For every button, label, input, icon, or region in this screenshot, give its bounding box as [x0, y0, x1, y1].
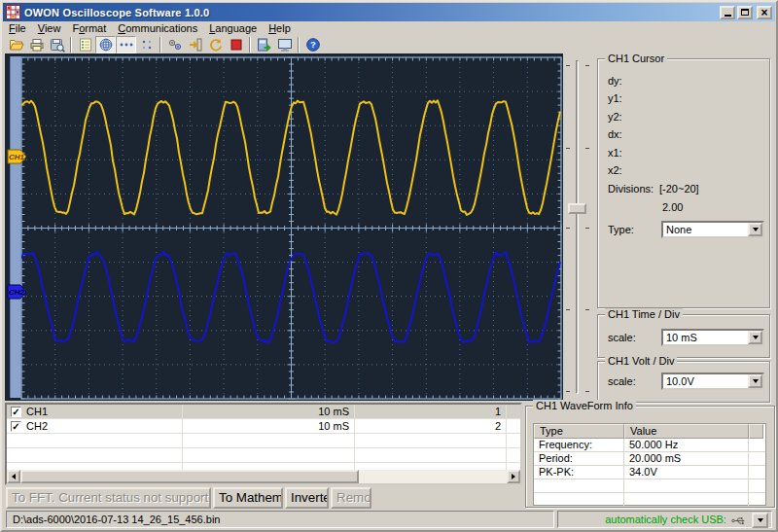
status-file-path: D:\ads-6000\2016-07-13 14_26_15_456.bin: [13, 514, 220, 525]
save-image-icon[interactable]: [47, 36, 67, 53]
volt-div-panel: CH1 Volt / Div scale: 10.0V: [597, 361, 770, 403]
print-icon[interactable]: [26, 36, 47, 53]
channel-row-ch2[interactable]: ✓CH210 mS2: [7, 419, 520, 434]
cursor-type-dropdown-button[interactable]: [748, 223, 762, 236]
export-icon[interactable]: [254, 36, 274, 53]
measurement-blank: [749, 479, 763, 492]
measurement-row: [534, 493, 765, 507]
open-icon[interactable]: [6, 36, 26, 53]
inverted-button[interactable]: Inverted: [285, 487, 329, 509]
ch2-marker[interactable]: CH2: [8, 285, 26, 299]
usb-dropdown-button[interactable]: [752, 513, 768, 528]
minimize-button[interactable]: [720, 6, 735, 19]
minimize-icon: [725, 15, 731, 17]
slider-tick: [566, 148, 570, 149]
grid-icon[interactable]: [95, 36, 116, 53]
slider-track[interactable]: [576, 60, 579, 394]
close-icon: ×: [760, 8, 767, 18]
login-icon[interactable]: [185, 36, 205, 53]
connect-icon[interactable]: [164, 36, 185, 53]
menu-view[interactable]: View: [32, 22, 67, 35]
slider-tick: [585, 148, 589, 149]
channel-checkbox[interactable]: ✓: [11, 421, 21, 432]
cursor-row-y2: y2:: [608, 111, 622, 123]
ch1-marker[interactable]: CH1: [8, 150, 26, 163]
channel-list-icon[interactable]: [75, 36, 95, 53]
cursor-row-dx: dx:: [608, 128, 622, 140]
cursor-row-x1: x1:: [608, 147, 622, 159]
svg-text:CH2: CH2: [9, 288, 25, 297]
cursor-row-x2: x2:: [608, 164, 622, 176]
measurement-value: [624, 493, 749, 506]
cursor-panel-title: CH1 Cursor: [605, 53, 667, 64]
measurement-blank: [749, 466, 763, 479]
volt-div-dropdown-button[interactable]: [748, 374, 762, 388]
channel-row-ch1[interactable]: ✓CH110 mS1: [7, 405, 520, 419]
chevron-down-icon: [753, 379, 759, 383]
measurement-blank: [749, 439, 763, 451]
menu-communications[interactable]: Communications: [112, 22, 203, 35]
svg-text:?: ?: [310, 39, 316, 50]
small-dots-icon[interactable]: [136, 36, 157, 53]
remove-button[interactable]: Remove: [331, 487, 371, 509]
app-window: OWON Oscilloscope Software 1.0.0 × FileV…: [0, 0, 778, 532]
refresh-icon[interactable]: [205, 36, 226, 53]
vertical-position-slider[interactable]: [563, 53, 596, 401]
time-div-select[interactable]: 10 mS: [661, 329, 764, 346]
measurement-value: [624, 479, 749, 492]
status-file-panel: D:\ads-6000\2016-07-13 14_26_15_456.bin: [6, 511, 554, 528]
to-fft-button[interactable]: To FFT. Current status not support for t…: [6, 487, 211, 509]
channel-name: CH1: [26, 406, 48, 417]
menu-format[interactable]: Format: [66, 22, 112, 35]
slider-tick: [566, 65, 570, 66]
arrow-left-icon: [12, 474, 16, 479]
column-divider: [506, 405, 507, 470]
dots-icon[interactable]: [116, 36, 136, 53]
measurement-value: 50.000 Hz: [624, 439, 749, 451]
toolbar-separator: [298, 37, 300, 53]
toolbar-separator: [70, 37, 72, 53]
channel-row: [7, 463, 520, 469]
measurement-row: Period:20.000 mS: [534, 452, 765, 466]
menu-help[interactable]: Help: [263, 22, 297, 35]
stop-icon[interactable]: [226, 36, 246, 53]
measurement-value: 34.0V: [624, 466, 749, 479]
measurement-row: PK-PK:34.0V: [534, 466, 765, 479]
horizontal-scrollbar[interactable]: [7, 470, 520, 483]
channel-row[interactable]: [7, 434, 520, 448]
usb-icon: [731, 514, 747, 527]
volt-div-title: CH1 Volt / Div: [605, 355, 677, 367]
to-mathematics-button[interactable]: To Mathematics: [213, 487, 283, 509]
channel-name: CH2: [26, 420, 48, 432]
measurement-row: [534, 479, 765, 493]
slider-thumb[interactable]: [568, 203, 586, 214]
header-blank: [749, 424, 763, 439]
menu-language[interactable]: Language: [203, 22, 263, 35]
divisions-label: Divisions:: [608, 183, 654, 195]
svg-text:CH1: CH1: [9, 153, 25, 161]
menu-bar: FileViewFormatCommunicationsLanguageHelp: [3, 21, 775, 35]
channel-row[interactable]: [7, 448, 520, 463]
monitor-icon[interactable]: [274, 36, 295, 53]
time-div-dropdown-button[interactable]: [748, 331, 762, 344]
waveform-info-title: CH1 WaveForm Info: [533, 400, 636, 411]
channel-list[interactable]: ✓CH110 mS1✓CH210 mS2: [5, 403, 522, 485]
column-divider: [354, 405, 355, 470]
channel-checkbox[interactable]: ✓: [11, 407, 21, 417]
maximize-button[interactable]: [737, 6, 753, 19]
menu-file[interactable]: File: [3, 22, 32, 35]
scrollbar-thumb[interactable]: [20, 470, 359, 483]
chevron-down-icon: [753, 336, 759, 339]
cursor-type-label: Type:: [608, 224, 634, 235]
slider-tick: [566, 228, 570, 229]
scroll-left-button[interactable]: [7, 470, 20, 483]
cursor-type-select[interactable]: None: [661, 221, 764, 238]
scroll-right-button[interactable]: [507, 470, 520, 483]
cursor-row-dy: dy:: [608, 75, 622, 87]
close-button[interactable]: ×: [757, 6, 772, 19]
slider-tick: [585, 65, 589, 66]
help-icon[interactable]: ?: [302, 36, 323, 53]
toolbar: ?: [3, 35, 775, 53]
volt-div-select[interactable]: 10.0V: [661, 372, 764, 390]
measurement-value: 20.000 mS: [624, 452, 749, 465]
